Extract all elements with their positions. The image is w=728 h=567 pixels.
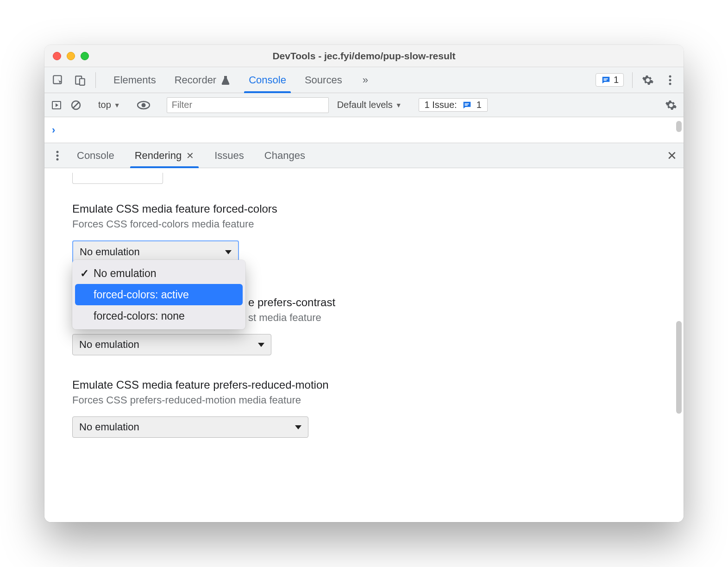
svg-point-13 [141,103,145,107]
window-minimize-button[interactable] [67,52,75,60]
svg-marker-9 [56,103,58,107]
issues-count: 1 [477,100,482,110]
svg-rect-2 [80,78,85,85]
drawer-tab-label: Changes [264,150,305,162]
tab-sources[interactable]: Sources [295,67,351,93]
settings-icon[interactable] [641,73,655,87]
window-close-button[interactable] [53,52,61,60]
window-titlebar: DevTools - jec.fyi/demo/pup-slow-result [44,45,684,67]
svg-point-17 [56,154,59,157]
dropdown-option-fc-none[interactable]: forced-colors: none [75,305,243,327]
clear-console-icon[interactable] [70,100,82,111]
levels-label: Default levels [337,100,393,110]
rendering-pane: Emulate CSS media feature forced-colors … [44,168,684,522]
section-desc-partial: st media feature [248,312,656,324]
drawer-close-icon[interactable]: ✕ [667,148,677,163]
drawer-tab-console[interactable]: Console [67,143,125,168]
drawer-tab-label: Issues [214,150,244,162]
scrollbar-thumb[interactable] [676,321,682,414]
inspect-element-icon[interactable] [51,73,65,87]
section-forced-colors: Emulate CSS media feature forced-colors … [72,202,656,264]
console-prompt-icon: › [52,124,55,136]
svg-point-6 [669,79,672,81]
message-icon [601,75,611,85]
tab-label: Console [249,74,286,86]
console-toolbar: top ▼ Default levels ▼ 1 Issue: [44,93,684,117]
drawer-tabbar: Console Rendering ✕ Issues Changes ✕ [44,143,684,168]
issues-prefix: 1 Issue: [425,100,457,110]
select-value: No emulation [79,339,139,351]
svg-rect-4 [603,80,606,81]
drawer-tab-label: Console [77,150,114,162]
console-filter-input[interactable] [167,97,329,113]
select-value: No emulation [79,421,139,433]
option-label: forced-colors: active [94,289,189,301]
tab-label: Recorder [175,74,216,86]
select-value: No emulation [80,246,140,258]
more-menu-icon[interactable] [663,73,677,87]
tab-label: Elements [113,74,156,86]
execution-context-selector[interactable]: top ▼ [98,100,120,110]
prefers-contrast-select[interactable]: No emulation [72,334,271,355]
console-sidebar-toggle-icon[interactable] [51,100,62,111]
svg-rect-14 [464,103,469,104]
close-tab-icon[interactable]: ✕ [186,150,194,161]
live-expression-icon[interactable] [137,101,150,110]
chevron-down-icon [258,343,264,347]
section-desc: Forces CSS forced-colors media feature [72,218,656,230]
window-title: DevTools - jec.fyi/demo/pup-slow-result [44,50,684,62]
tab-recorder[interactable]: Recorder [165,67,239,93]
chevron-down-icon [295,425,301,429]
dropdown-option-active[interactable]: forced-colors: active [75,284,243,305]
log-levels-selector[interactable]: Default levels ▼ [337,100,402,110]
flask-icon [221,75,230,85]
drawer-tab-issues[interactable]: Issues [204,143,254,168]
truncated-prev-select[interactable] [72,173,163,184]
message-icon [462,100,472,110]
chevron-down-icon: ▼ [395,101,402,109]
device-toolbar-icon[interactable] [73,73,87,87]
context-label: top [98,100,111,110]
issues-badge[interactable]: 1 [596,73,624,87]
window-maximize-button[interactable] [81,52,89,60]
drawer-tab-changes[interactable]: Changes [254,143,315,168]
devtools-window: DevTools - jec.fyi/demo/pup-slow-result … [44,45,684,522]
chevron-down-icon: ▼ [114,101,120,109]
section-title: Emulate CSS media feature forced-colors [72,202,656,215]
svg-point-7 [669,82,672,85]
toolbar-divider [632,72,633,88]
section-title: Emulate CSS media feature prefers-reduce… [72,378,656,391]
prefers-reduced-motion-select[interactable]: No emulation [72,416,308,438]
forced-colors-dropdown: ✓ No emulation forced-colors: active for… [72,260,245,329]
dropdown-option-no-emulation[interactable]: ✓ No emulation [75,263,243,284]
drawer-more-menu-icon[interactable] [48,143,67,168]
drawer-tab-label: Rendering [135,150,182,162]
chevron-down-icon [225,250,232,254]
console-settings-icon[interactable] [665,99,677,111]
svg-point-5 [669,75,672,77]
svg-line-11 [73,102,79,108]
svg-rect-3 [603,78,608,79]
window-traffic-lights [53,52,89,60]
main-toolbar: Elements Recorder Console Sources » [44,67,684,93]
section-title-partial: e prefers-contrast [248,296,656,309]
tab-console[interactable]: Console [239,67,295,93]
tab-elements[interactable]: Elements [104,67,165,93]
tab-label: Sources [305,74,342,86]
console-prompt-row[interactable]: › [44,117,684,143]
option-label: No emulation [94,267,157,280]
more-tabs-icon[interactable]: » [360,74,371,86]
drawer-tab-rendering[interactable]: Rendering ✕ [125,143,205,168]
svg-point-18 [56,158,59,160]
main-tabs: Elements Recorder Console Sources [104,67,351,93]
section-desc: Forces CSS prefers-reduced-motion media … [72,394,656,406]
issues-counter[interactable]: 1 Issue: 1 [419,98,488,112]
scrollbar-thumb[interactable] [676,121,682,132]
issues-badge-count: 1 [614,75,619,85]
toolbar-divider [95,72,96,88]
svg-rect-15 [464,105,467,106]
option-label: forced-colors: none [94,310,185,322]
section-prefers-reduced-motion: Emulate CSS media feature prefers-reduce… [72,378,656,438]
checkmark-icon: ✓ [80,267,89,280]
svg-point-16 [56,151,59,153]
